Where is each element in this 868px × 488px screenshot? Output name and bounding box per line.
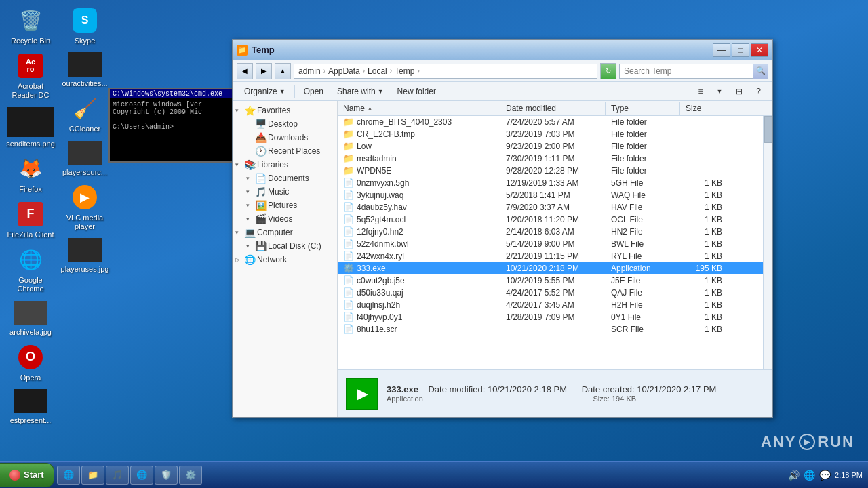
file-row[interactable]: 📄 duqjlnsj.h2h 4/20/2017 3:45 AM H2H Fil… [338,299,772,311]
start-button[interactable]: Start [0,463,54,487]
desktop-icon-senditems[interactable]: senditems.png [7,107,54,148]
file-row[interactable]: 📄 52z4dnmk.bwl 5/14/2019 9:00 PM BWL Fil… [338,238,772,250]
help-button[interactable]: ? [750,84,767,99]
col-header-type[interactable]: Type [606,102,680,115]
desktop-icon-playeruses[interactable]: playeruses.jpg [61,238,108,274]
file-row[interactable]: 📄 242wxn4x.ryl 2/21/2019 11:15 PM RYL Fi… [338,250,772,262]
file-name-cell: 📁 WPDN5E [338,165,500,177]
desktop-icon-filezilla[interactable]: F FileZilla Client [7,201,54,239]
nav-documents[interactable]: ▾ 📄 Documents [233,171,337,185]
nav-music[interactable]: ▾ 🎵 Music [233,185,337,199]
nav-libraries[interactable]: ▾ 📚 Libraries [233,158,337,171]
content-area: ▾ ⭐ Favorites 🖥️ Desktop 📥 Downloads � [233,101,772,417]
scrollbar[interactable] [763,116,772,369]
share-with-button[interactable]: Share with ▼ [331,84,390,99]
desktop-icon-ccleaner[interactable]: 🧹 CCleaner [61,95,108,134]
file-type-cell: J5E File [606,275,680,286]
col-header-name[interactable]: Name ▲ [338,102,500,115]
forward-button[interactable]: ▶ [256,63,272,79]
view-toggle-button[interactable]: ▼ [710,84,728,99]
file-row[interactable]: 📁 msdtadmin 7/30/2019 1:11 PM File folde… [338,152,772,165]
tray-volume-icon[interactable]: 🔊 [788,470,800,481]
taskbar-folder[interactable]: 📁 [81,466,104,485]
cmd-line-2: Copyright (c) 2009 Mic [113,108,230,116]
desktop-icon-vlc[interactable]: ▶ VLC media player [61,184,108,231]
nav-computer[interactable]: ▾ 💻 Computer [233,226,337,239]
file-row[interactable]: 📄 12fqjny0.hn2 2/14/2018 6:03 AM HN2 Fil… [338,226,772,238]
file-icon: 📁 [343,117,354,127]
file-date-cell: 12/19/2019 1:33 AM [500,178,606,188]
minimize-button[interactable]: — [713,43,730,57]
tray-message-icon[interactable]: 💬 [819,470,831,481]
desktop-icon-estpresent[interactable]: estpresent... [7,389,54,425]
file-row[interactable]: 📁 WPDN5E 9/28/2020 12:28 PM File folder [338,165,772,177]
open-button[interactable]: Open [298,84,330,99]
taskbar-ie[interactable]: 🌐 [57,466,80,485]
nav-downloads[interactable]: 📥 Downloads [233,131,337,144]
back-button[interactable]: ◀ [237,63,253,79]
maximize-button[interactable]: □ [732,43,749,57]
close-button[interactable]: ✕ [751,43,768,57]
desktop-icon-firefox[interactable]: 🦊 Firefox [7,155,54,194]
opera-label: Opera [20,373,41,382]
file-row[interactable]: 📄 d50iu33u.qaj 4/24/2017 5:52 PM QAJ Fil… [338,287,772,299]
file-name-cell: 📄 5q52gt4m.ocl [338,214,500,226]
taskbar-gpu[interactable]: ⚙️ [179,466,202,485]
file-row[interactable]: 📁 chrome_BITS_4040_2303 7/24/2020 5:57 A… [338,116,772,128]
desktop-icon-opera[interactable]: O Opera [7,344,54,382]
address-path[interactable]: admin › AppData › Local › Temp › [294,64,597,79]
desktop-icon-chrome[interactable]: 🌐 Google Chrome [7,246,54,293]
nav-network[interactable]: ▷ 🌐 Network [233,253,337,266]
pictures-nav-icon: 🖼️ [255,200,266,211]
taskbar-security-icon: 🛡️ [161,470,172,480]
pane-button[interactable]: ⊟ [730,84,749,99]
nav-videos[interactable]: ▾ 🎬 Videos [233,212,337,226]
file-row[interactable]: 📄 c0wut2gb.j5e 10/2/2019 5:55 PM J5E Fil… [338,274,772,287]
file-row[interactable]: 📁 Low 9/23/2019 2:00 PM File folder [338,140,772,152]
file-row[interactable]: 📄 0nzmvyxn.5gh 12/19/2019 1:33 AM 5GH Fi… [338,177,772,189]
nav-pictures[interactable]: ▾ 🖼️ Pictures [233,199,337,212]
file-type-cell: File folder [606,165,680,176]
new-folder-button[interactable]: New folder [391,84,442,99]
search-input[interactable] [620,66,753,76]
nav-localdisk[interactable]: ▾ 💾 Local Disk (C:) [233,239,337,253]
desktop-icon-acrobat[interactable]: Acro Acrobat Reader DC [7,52,54,100]
path-part-local[interactable]: Local [368,66,387,76]
taskbar-media[interactable]: 🎵 [106,466,129,485]
file-row[interactable]: 📄 3ykujnuj.waq 5/2/2018 1:41 PM WAQ File… [338,189,772,201]
nav-recent[interactable]: 🕐 Recent Places [233,144,337,158]
view-button[interactable]: ≡ [692,84,709,99]
taskbar-security[interactable]: 🛡️ [155,466,178,485]
file-row[interactable]: 📄 f40jhyvp.0y1 1/28/2019 7:09 PM 0Y1 Fil… [338,311,772,323]
nav-favorites[interactable]: ▾ ⭐ Favorites [233,104,337,117]
file-date-cell: 7/9/2020 3:37 AM [500,202,606,213]
path-part-temp[interactable]: Temp [395,66,414,76]
col-header-size[interactable]: Size [680,102,772,115]
file-date-cell: 1/20/2018 11:20 PM [500,214,606,225]
window-controls: — □ ✕ [713,43,768,57]
file-row[interactable]: 📁 CR_E2CFB.tmp 3/23/2019 7:03 PM File fo… [338,128,772,140]
file-row[interactable]: 📄 5q52gt4m.ocl 1/20/2018 11:20 PM OCL Fi… [338,214,772,226]
taskbar: Start 🌐 📁 🎵 🌐 🛡️ ⚙️ 🔊 🌐 [0,461,868,488]
file-row[interactable]: 📄 8hu11e.scr SCR File 1 KB [338,323,772,336]
path-part-appdata[interactable]: AppData [328,66,360,76]
desktop-icon-ouractivities[interactable]: ouractivities... [61,52,108,88]
taskbar-chrome-task[interactable]: 🌐 [130,466,153,485]
desktop-icon-archivela[interactable]: archivela.jpg [7,301,54,337]
tray-network-icon[interactable]: 🌐 [804,470,815,481]
refresh-button[interactable]: ↻ [600,63,616,79]
up-button[interactable]: ▲ [275,63,291,79]
search-button[interactable]: 🔍 [753,64,768,79]
organize-button[interactable]: Organize ▼ [238,84,292,99]
desktop-icon-skype[interactable]: S Skype [61,7,108,45]
desktop-icon-recycle-bin[interactable]: 🗑️ Recycle Bin [7,7,54,45]
file-row[interactable]: ⚙️ 333.exe 10/21/2020 2:18 PM Applicatio… [338,262,772,274]
scrollbar-thumb[interactable] [764,116,772,143]
explorer-title-text: Temp [252,45,275,55]
desktop-icon-playersource[interactable]: playersourc... [61,141,108,177]
path-part-admin[interactable]: admin [298,66,321,76]
file-type-cell: RYL File [606,251,680,262]
nav-desktop[interactable]: 🖥️ Desktop [233,117,337,131]
col-header-date[interactable]: Date modified [500,102,606,115]
file-row[interactable]: 📄 4daubz5y.hav 7/9/2020 3:37 AM HAV File… [338,201,772,214]
